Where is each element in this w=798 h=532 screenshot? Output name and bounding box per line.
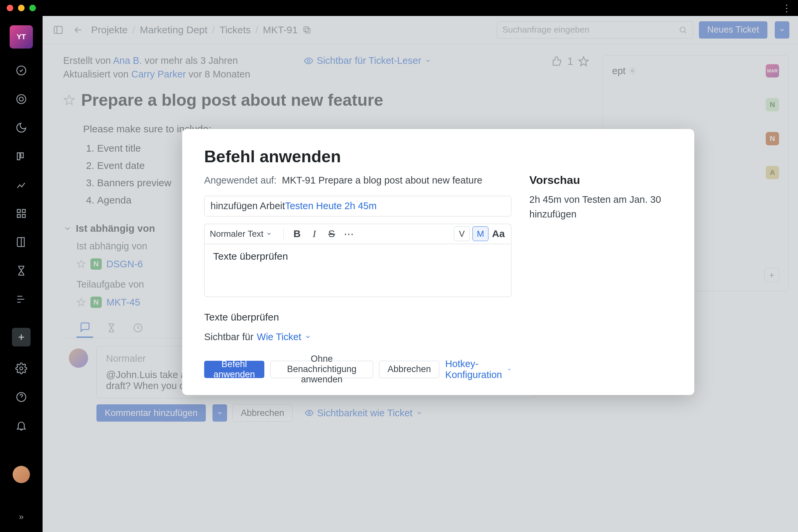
- svg-point-9: [20, 367, 23, 370]
- preview-heading: Vorschau: [529, 174, 672, 187]
- preview-text: 2h 45m von Testen am Jan. 30 hinzufügen: [529, 192, 672, 222]
- hotkey-config-link[interactable]: Hotkey-Konfiguration: [445, 358, 511, 380]
- modal-title: Befehl anwenden: [204, 147, 672, 166]
- svg-rect-8: [22, 214, 25, 217]
- titlebar-more-icon[interactable]: ⋮: [782, 3, 791, 14]
- apply-command-modal: Befehl anwenden Angewendet auf: MKT-91 P…: [182, 129, 694, 395]
- svg-rect-4: [21, 153, 24, 158]
- applied-to-text: Angewendet auf: MKT-91 Prepare a blog po…: [204, 174, 511, 187]
- sidebar-collapse-icon[interactable]: »: [19, 512, 24, 522]
- editor-summary: Texte überprüfen: [204, 311, 511, 323]
- titlebar: ⋮: [0, 0, 798, 16]
- case-button[interactable]: Aa: [491, 226, 506, 241]
- view-mode-m[interactable]: M: [473, 226, 489, 241]
- command-input[interactable]: hinzufügen Arbeit Testen Heute 2h 45m: [204, 196, 511, 216]
- main: Projekte/ Marketing Dept/ Tickets/ MKT-9…: [42, 16, 798, 532]
- nav-gantt-icon[interactable]: [15, 292, 28, 306]
- close-window[interactable]: [7, 5, 13, 11]
- nav-dashboard-icon[interactable]: [15, 207, 28, 220]
- svg-rect-6: [22, 209, 25, 212]
- visible-for-link[interactable]: Wie Ticket: [257, 331, 301, 342]
- nav-create-icon[interactable]: [12, 328, 31, 346]
- svg-rect-3: [17, 153, 20, 160]
- modal-actions: Befehl anwenden Ohne Benachrichtigung an…: [204, 358, 511, 380]
- sidebar: YT »: [0, 16, 42, 532]
- current-user-avatar[interactable]: [13, 466, 30, 483]
- editor-toolbar: Normaler Text B I S ⋯ V M Aa: [204, 224, 511, 244]
- apply-silent-button[interactable]: Ohne Benachrichtigung anwenden: [270, 361, 374, 378]
- nav-hourglass-icon[interactable]: [15, 264, 28, 277]
- svg-rect-7: [17, 214, 20, 217]
- svg-point-1: [17, 95, 26, 104]
- view-mode-v[interactable]: V: [454, 226, 470, 241]
- nav-moon-icon[interactable]: [15, 121, 28, 134]
- text-style-select[interactable]: Normaler Text: [210, 229, 272, 239]
- nav-target-icon[interactable]: [15, 92, 28, 106]
- maximize-window[interactable]: [29, 5, 36, 11]
- nav-notifications-icon[interactable]: [15, 419, 28, 432]
- cancel-button[interactable]: Abbrechen: [379, 361, 439, 378]
- visible-for-row: Sichtbar für Wie Ticket: [204, 331, 511, 342]
- strike-button[interactable]: S: [324, 226, 339, 241]
- nav-reports-icon[interactable]: [15, 178, 28, 191]
- editor-body[interactable]: Texte überprüfen: [204, 244, 511, 297]
- bold-button[interactable]: B: [290, 226, 304, 241]
- app-logo[interactable]: YT: [10, 25, 33, 49]
- nav-settings-icon[interactable]: [15, 362, 28, 375]
- italic-button[interactable]: I: [307, 226, 322, 241]
- nav-help-icon[interactable]: [15, 391, 28, 404]
- svg-rect-5: [17, 209, 20, 212]
- nav-columns-icon[interactable]: [15, 150, 28, 163]
- more-formatting-button[interactable]: ⋯: [341, 226, 356, 241]
- svg-point-2: [19, 97, 23, 101]
- minimize-window[interactable]: [18, 5, 25, 11]
- nav-agile-icon[interactable]: [15, 64, 28, 77]
- nav-book-icon[interactable]: [15, 235, 28, 249]
- apply-command-button[interactable]: Befehl anwenden: [204, 361, 264, 378]
- traffic-lights: [7, 5, 36, 11]
